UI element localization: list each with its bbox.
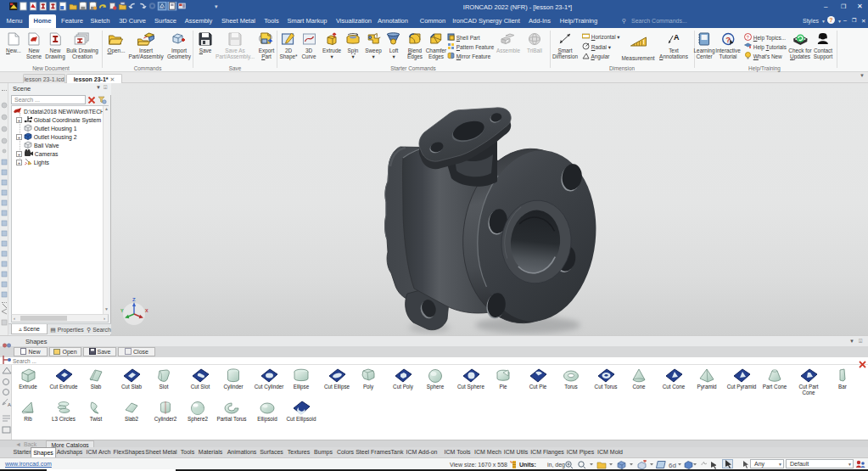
svg-text:X: X [145, 308, 148, 313]
svg-text:int: int [160, 6, 164, 9]
svg-text:Y: Y [120, 308, 124, 313]
svg-text:Z: Z [132, 297, 136, 302]
svg-text:6d: 6d [669, 462, 676, 469]
svg-text:A: A [8, 402, 11, 407]
svg-text:A: A [674, 33, 680, 42]
